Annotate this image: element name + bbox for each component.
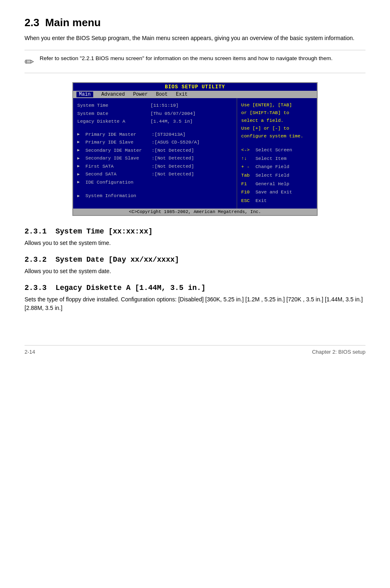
bios-top-items: System Time [11:51:19] System Date [Thu …	[77, 101, 233, 126]
bios-screenshot: BIOS SETUP UTILITY Main Advanced Power B…	[72, 82, 318, 216]
bios-system-date-label: System Date	[77, 110, 145, 118]
chapter-label: Chapter 2: BIOS setup	[312, 349, 365, 355]
bios-tab-exit: Exit	[176, 92, 188, 97]
bios-first-sata-row: ▶ First SATA : [Not Detected]	[77, 162, 233, 171]
bios-help-exit: ESC Exit	[241, 197, 313, 205]
bios-tab-power: Power	[133, 92, 148, 97]
bios-tab-advanced: Advanced	[101, 92, 125, 97]
arrow-icon: ▶	[77, 155, 84, 162]
bios-help-select-field: Tab Select Field	[241, 171, 313, 180]
bios-system-time-label: System Time	[77, 101, 145, 110]
bios-menubar: Main Advanced Power Boot Exit	[73, 91, 317, 98]
bios-sub-items: ▶ Primary IDE Master : [ST320413A] ▶ Pri…	[77, 130, 233, 186]
intro-text: When you enter the BIOS Setup program, t…	[25, 34, 365, 43]
bios-standalone-items: ▶ System Information	[77, 192, 233, 200]
bios-pri-ide-slave-row: ▶ Primary IDE Slave : [ASUS CD-S520/A]	[77, 138, 233, 146]
bios-tab-main: Main	[76, 92, 93, 97]
bios-system-time-row: System Time [11:51:19]	[77, 101, 233, 110]
arrow-icon: ▶	[77, 171, 84, 178]
bios-pri-ide-master-row: ▶ Primary IDE Master : [ST320413A]	[77, 130, 233, 139]
arrow-icon: ▶	[77, 193, 84, 200]
bios-sec-ide-slave-row: ▶ Secondary IDE Slave : [Not Detected]	[77, 154, 233, 162]
section-heading: 2.3 Main menu	[25, 16, 365, 29]
bios-help-change-field: + - Change Field	[241, 163, 313, 171]
bios-header: BIOS SETUP UTILITY	[73, 83, 317, 91]
note-text: Refer to section "2.2.1 BIOS menu screen…	[40, 54, 332, 63]
bios-body: System Time [11:51:19] System Date [Thu …	[73, 98, 317, 209]
bios-sec-ide-master-row: ▶ Secondary IDE Master : [Not Detected]	[77, 146, 233, 155]
bios-tab-boot: Boot	[156, 92, 168, 97]
bios-system-date-value: [Thu 05/07/2004]	[150, 110, 195, 118]
page-number: 2-14	[25, 349, 35, 355]
bios-diskette-value: [1.44M, 3.5 in]	[150, 117, 193, 126]
note-box: ✏ Refer to section "2.2.1 BIOS menu scre…	[25, 50, 365, 73]
bios-help-select-item: ↑↓ Select Item	[241, 155, 313, 163]
bios-help-save-exit: F10 Save and Exit	[241, 188, 313, 197]
subsection-231-title: 2.3.1 System Time [xx:xx:xx]	[25, 227, 365, 236]
bios-help-general-help: F1 General Help	[241, 180, 313, 189]
bios-footer: <C>Copyright 1985-2002, American Megatre…	[73, 209, 317, 215]
arrow-icon: ▶	[77, 139, 84, 146]
bios-help-top: Use [ENTER], [TAB] or [SHIFT-TAB] to sel…	[241, 101, 313, 140]
arrow-icon: ▶	[77, 163, 84, 170]
bios-diskette-row: Legacy Diskette A [1.44M, 3.5 in]	[77, 117, 233, 126]
bios-left-panel: System Time [11:51:19] System Date [Thu …	[73, 98, 237, 209]
subsection-232-title: 2.3.2 System Date [Day xx/xx/xxxx]	[25, 256, 365, 264]
subsection-233-desc: Sets the type of floppy drive installed.…	[25, 295, 365, 312]
bios-right-panel: Use [ENTER], [TAB] or [SHIFT-TAB] to sel…	[237, 98, 317, 209]
bios-second-sata-row: ▶ Second SATA : [Not Detected]	[77, 170, 233, 178]
arrow-icon: ▶	[77, 131, 84, 138]
bios-system-time-value: [11:51:19]	[150, 101, 179, 110]
bios-system-date-row: System Date [Thu 05/07/2004]	[77, 110, 233, 118]
page-footer: 2-14 Chapter 2: BIOS setup	[25, 345, 365, 355]
bios-help-bottom: <-> Select Screen ↑↓ Select Item + - Cha…	[241, 146, 313, 205]
bios-sysinfo-row: ▶ System Information	[77, 192, 233, 200]
subsection-232-desc: Allows you to set the system date.	[25, 267, 365, 276]
arrow-icon: ▶	[77, 179, 84, 186]
bios-diskette-label: Legacy Diskette A	[77, 117, 145, 126]
arrow-icon: ▶	[77, 147, 84, 154]
note-icon: ✏	[25, 55, 34, 69]
subsection-233-title: 2.3.3 Legacy Diskette A [1.44M, 3.5 in.]	[25, 284, 365, 292]
subsection-231-desc: Allows you to set the system time.	[25, 239, 365, 247]
bios-help-select-screen: <-> Select Screen	[241, 146, 313, 155]
bios-ide-config-row: ▶ IDE Configuration	[77, 178, 233, 186]
